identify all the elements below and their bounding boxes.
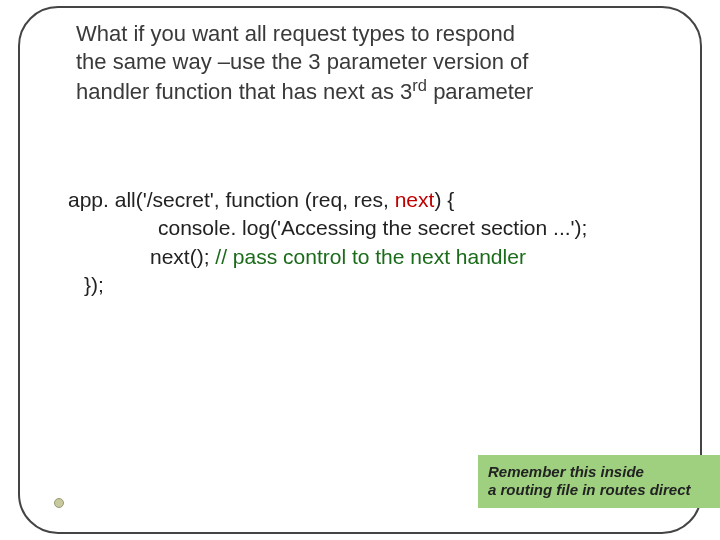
note-line-1: Remember this inside [488, 463, 716, 482]
code-line-3: next(); // pass control to the next hand… [68, 243, 660, 271]
intro-line-3b: parameter [427, 79, 533, 104]
intro-line-3a: handler function that has next as 3 [76, 79, 412, 104]
note-line-2: a routing file in routes direct [488, 481, 716, 500]
code-l3a: next(); [150, 245, 215, 268]
code-l1a: app. all('/secret', function (req, res, [68, 188, 395, 211]
ordinal-suffix: rd [412, 76, 427, 94]
next-keyword: next [395, 188, 435, 211]
intro-line-2: the same way –use the 3 parameter versio… [76, 49, 528, 74]
code-comment: // pass control to the next handler [215, 245, 526, 268]
code-line-2: console. log('Accessing the secret secti… [68, 214, 660, 242]
code-l1b: ) { [434, 188, 454, 211]
code-line-1: app. all('/secret', function (req, res, … [68, 186, 660, 214]
intro-paragraph: What if you want all request types to re… [76, 20, 660, 106]
code-line-4: }); [68, 271, 660, 299]
bullet-icon [54, 498, 64, 508]
code-block: app. all('/secret', function (req, res, … [68, 186, 660, 299]
reminder-note: Remember this inside a routing file in r… [478, 455, 720, 509]
intro-line-1: What if you want all request types to re… [76, 21, 515, 46]
